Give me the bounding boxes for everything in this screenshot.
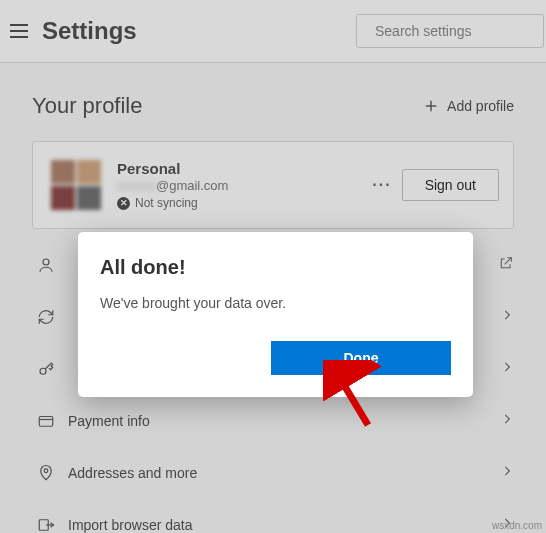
chevron-right-icon [500, 464, 514, 482]
menu-toggle-icon[interactable] [10, 24, 28, 38]
watermark: wsxdn.com [492, 520, 542, 531]
import-icon [32, 516, 60, 534]
section-header: Your profile Add profile [32, 93, 514, 119]
section-title: Your profile [32, 93, 423, 119]
dialog-title: All done! [100, 256, 451, 279]
header-bar: Settings [0, 0, 546, 63]
user-icon [32, 256, 60, 274]
menu-label: Import browser data [68, 517, 500, 533]
sign-out-button[interactable]: Sign out [402, 169, 499, 201]
profile-name: Personal [117, 160, 362, 177]
sync-status-icon: ✕ [117, 197, 130, 210]
key-icon [32, 360, 60, 378]
svg-rect-6 [39, 416, 53, 426]
add-profile-button[interactable]: Add profile [423, 98, 514, 114]
chevron-right-icon [500, 308, 514, 326]
done-button[interactable]: Done [271, 341, 451, 375]
menu-item-payment[interactable]: Payment info [32, 395, 514, 447]
menu-label: Addresses and more [68, 465, 500, 481]
external-icon [498, 255, 514, 275]
svg-point-8 [44, 468, 48, 472]
menu-item-addresses[interactable]: Addresses and more [32, 447, 514, 499]
search-box[interactable] [356, 14, 544, 48]
dialog-body: We've brought your data over. [100, 295, 451, 311]
svg-point-4 [43, 259, 49, 265]
profile-email: xxxxxx@gmail.com [117, 178, 362, 193]
sync-icon [32, 308, 60, 326]
add-profile-label: Add profile [447, 98, 514, 114]
card-icon [32, 412, 60, 430]
pin-icon [32, 464, 60, 482]
menu-item-import[interactable]: Import browser data [32, 499, 514, 533]
completion-dialog: All done! We've brought your data over. … [78, 232, 473, 397]
plus-icon [423, 98, 439, 114]
search-input[interactable] [375, 23, 546, 39]
chevron-right-icon [500, 412, 514, 430]
more-options-button[interactable]: ··· [362, 172, 401, 198]
sync-status: ✕ Not syncing [117, 196, 362, 210]
profile-info: Personal xxxxxx@gmail.com ✕ Not syncing [117, 160, 362, 210]
chevron-right-icon [500, 360, 514, 378]
svg-point-5 [40, 368, 46, 374]
menu-label: Payment info [68, 413, 500, 429]
avatar [51, 160, 101, 210]
profile-card: Personal xxxxxx@gmail.com ✕ Not syncing … [32, 141, 514, 229]
sync-status-label: Not syncing [135, 196, 198, 210]
page-title: Settings [42, 17, 356, 45]
